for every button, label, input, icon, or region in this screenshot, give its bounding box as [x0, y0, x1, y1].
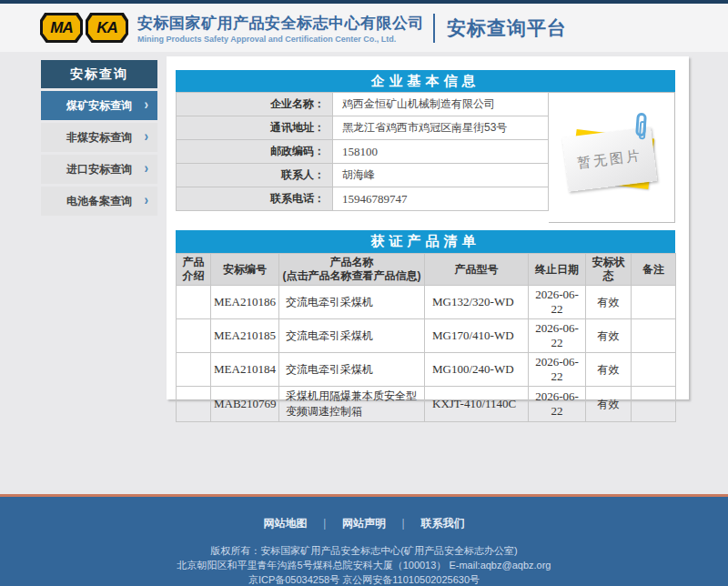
ma-badge-icon: MA: [40, 13, 83, 43]
model-cell: KXJT-410/1140C: [425, 387, 529, 422]
product-table: 产品介绍 安标编号 产品名称 (点击产品名称查看产品信息) 产品型号 终止日期 …: [176, 253, 676, 422]
col-product-name: 产品名称 (点击产品名称查看产品信息): [279, 254, 425, 286]
platform-title: 安标查询平台: [447, 15, 567, 41]
model-cell: MG100/240-WD: [425, 353, 529, 387]
table-row: MEA210184 交流电牵引采煤机 MG100/240-WD 2026-06-…: [177, 353, 676, 387]
company-name-label: 企业名称：: [177, 93, 333, 116]
footer-copyright: 版权所有：安标国家矿用产品安全标志中心(矿用产品安全标志办公室) 北京朝阳区和平…: [0, 543, 728, 586]
end-date-cell: 2026-06-22: [529, 286, 586, 319]
status-cell: 有效: [586, 319, 632, 353]
footer-link-contact[interactable]: 联系我们: [420, 517, 464, 530]
model-cell: MG170/410-WD: [425, 319, 529, 353]
table-row: 联系电话： 15946789747: [177, 187, 549, 211]
ma-badge-label: MA: [43, 15, 80, 40]
product-intro-cell: [177, 319, 211, 353]
remark-cell: [632, 286, 676, 319]
table-header-row: 产品介绍 安标编号 产品名称 (点击产品名称查看产品信息) 产品型号 终止日期 …: [177, 254, 676, 286]
contact-value: 胡海峰: [333, 164, 549, 187]
company-image-box: 暂无图片: [549, 92, 675, 223]
cert-no-cell: MAB210769: [211, 387, 279, 422]
sidebar-item-battery-query[interactable]: 电池备案查询 ›: [41, 187, 157, 216]
company-info-section-title: 企业基本信息: [176, 70, 675, 92]
product-name-link[interactable]: 交流电牵引采煤机: [279, 286, 425, 319]
end-date-cell: 2026-06-22: [529, 319, 586, 353]
table-row: 企业名称： 鸡西金恒矿山机械制造有限公司: [177, 93, 549, 116]
company-name-value: 鸡西金恒矿山机械制造有限公司: [333, 93, 549, 116]
footer-links: 网站地图 ｜ 网站声明 ｜ 联系我们: [0, 497, 728, 531]
org-name-block: 安标国家矿用产品安全标志中心有限公司 Mining Products Safet…: [137, 13, 424, 44]
phone-value: 15946789747: [333, 187, 549, 211]
end-date-cell: 2026-06-22: [529, 353, 586, 387]
status-cell: 有效: [586, 387, 632, 422]
content-panel: 企业基本信息 企业名称： 鸡西金恒矿山机械制造有限公司 通讯地址： 黑龙江省鸡西…: [167, 56, 689, 399]
sidebar-item-noncoal-query[interactable]: 非煤安标查询 ›: [41, 123, 157, 152]
model-cell: MG132/320-WD: [425, 286, 529, 319]
cert-no-cell: MEA210184: [211, 353, 279, 387]
sidebar-item-label: 非煤安标查询: [66, 130, 132, 146]
product-list-section-title: 获证产品清单: [176, 230, 675, 253]
no-image-placeholder: 暂无图片: [564, 126, 659, 188]
col-product-name-line2: (点击产品名称查看产品信息): [280, 269, 423, 283]
address-label: 通讯地址：: [177, 116, 333, 140]
remark-cell: [632, 319, 676, 353]
maka-logo: MA KA: [40, 13, 128, 43]
footer-link-statement[interactable]: 网站声明: [342, 517, 386, 530]
chevron-right-icon: ›: [145, 127, 149, 146]
col-end-date: 终止日期: [529, 254, 586, 286]
chevron-right-icon: ›: [145, 96, 149, 114]
postcode-label: 邮政编码：: [177, 140, 333, 164]
header-divider: [433, 14, 435, 43]
sidebar-item-label: 电池备案查询: [66, 194, 132, 209]
table-row: 邮政编码： 158100: [177, 140, 549, 164]
sidebar-title: 安标查询: [41, 60, 157, 88]
site-footer: 网站地图 ｜ 网站声明 ｜ 联系我们 版权所有：安标国家矿用产品安全标志中心(矿…: [0, 497, 728, 586]
col-status: 安标状态: [586, 254, 632, 286]
phone-label: 联系电话：: [177, 187, 333, 211]
contact-label: 联系人：: [177, 164, 333, 187]
end-date-cell: 2026-06-22: [529, 387, 586, 422]
remark-cell: [632, 353, 676, 387]
org-name-cn: 安标国家矿用产品安全标志中心有限公司: [137, 13, 424, 34]
sidebar: 安标查询 煤矿安标查询 › 非煤安标查询 › 进口安标查询 › 电池备案查询 ›: [41, 60, 157, 218]
no-image-text: 暂无图片: [576, 146, 643, 172]
footer-link-separator: ｜: [319, 517, 330, 530]
col-cert-no: 安标编号: [211, 254, 279, 286]
site-header: MA KA 安标国家矿用产品安全标志中心有限公司 Mining Products…: [0, 4, 728, 52]
ka-badge-icon: KA: [86, 13, 128, 43]
sidebar-item-import-query[interactable]: 进口安标查询 ›: [41, 155, 157, 184]
footer-link-separator: ｜: [398, 517, 409, 530]
copyright-line2: 北京朝阳区和平里青年沟路5号煤科总院安科大厦（100013） E-mail:aq…: [0, 558, 728, 572]
col-product-intro: 产品介绍: [177, 254, 211, 286]
table-row: MEA210186 交流电牵引采煤机 MG132/320-WD 2026-06-…: [177, 286, 676, 319]
col-remark: 备注: [632, 254, 676, 286]
org-name-en: Mining Products Safety Approval and Cert…: [137, 35, 424, 44]
sidebar-item-coal-query[interactable]: 煤矿安标查询 ›: [41, 91, 157, 120]
col-product-name-line1: 产品名称: [280, 256, 423, 269]
product-name-link[interactable]: 采煤机用隔爆兼本质安全型变频调速控制箱: [279, 387, 425, 422]
product-name-link[interactable]: 交流电牵引采煤机: [279, 319, 425, 353]
product-intro-cell: [177, 286, 211, 319]
main-area: 安标查询 煤矿安标查询 › 非煤安标查询 › 进口安标查询 › 电池备案查询 ›…: [0, 52, 728, 494]
product-name-link[interactable]: 交流电牵引采煤机: [279, 353, 425, 387]
company-info-table: 企业名称： 鸡西金恒矿山机械制造有限公司 通讯地址： 黑龙江省鸡西市鸡冠区南星街…: [176, 92, 549, 211]
table-row: MEA210185 交流电牵引采煤机 MG170/410-WD 2026-06-…: [177, 319, 676, 353]
ka-badge-label: KA: [88, 15, 126, 40]
cert-no-cell: MEA210185: [211, 319, 279, 353]
address-value: 黑龙江省鸡西市鸡冠区南星街53号: [333, 116, 549, 140]
remark-cell: [632, 387, 676, 422]
table-row: 通讯地址： 黑龙江省鸡西市鸡冠区南星街53号: [177, 116, 549, 140]
chevron-right-icon: ›: [145, 191, 149, 209]
copyright-line1: 版权所有：安标国家矿用产品安全标志中心(矿用产品安全标志办公室): [0, 543, 728, 558]
sidebar-item-label: 煤矿安标查询: [66, 98, 132, 114]
chevron-right-icon: ›: [145, 159, 149, 177]
cert-no-cell: MEA210186: [211, 286, 279, 319]
product-intro-cell: [177, 353, 211, 387]
product-intro-cell: [177, 387, 211, 422]
paperclip-icon: [635, 113, 647, 137]
col-model: 产品型号: [425, 254, 529, 286]
footer-link-sitemap[interactable]: 网站地图: [264, 517, 308, 530]
table-row: 联系人： 胡海峰: [177, 164, 549, 187]
status-cell: 有效: [586, 353, 632, 387]
status-cell: 有效: [586, 286, 632, 319]
copyright-line3: 京ICP备05034258号 京公网安备11010502025630号: [0, 572, 728, 586]
